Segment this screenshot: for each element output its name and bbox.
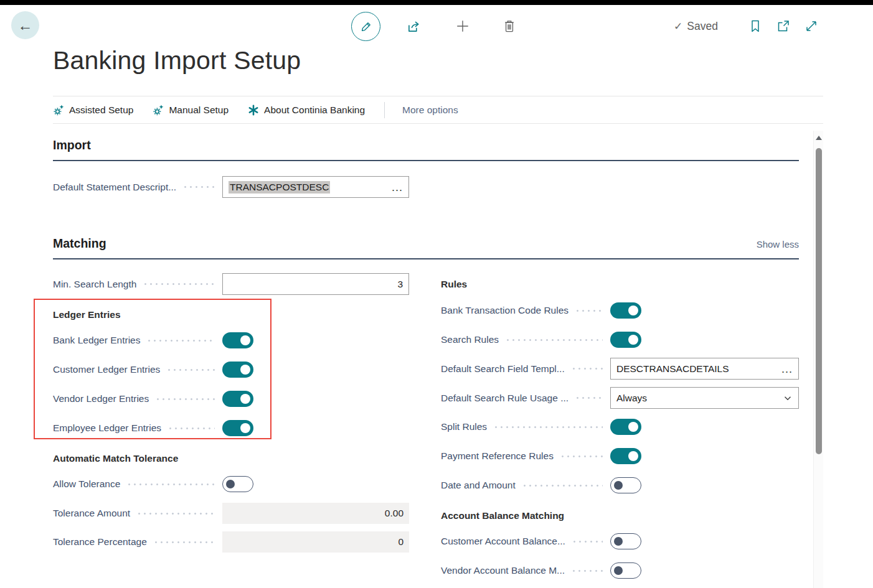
field-row-tolerance-amount: Tolerance Amount 0.00	[53, 503, 409, 524]
toggle-knob	[614, 481, 623, 490]
payment-reference-rules-toggle[interactable]	[610, 448, 641, 464]
field-value: 3	[397, 279, 403, 290]
allow-tolerance-toggle[interactable]	[222, 476, 253, 492]
open-in-new-window-button[interactable]	[775, 17, 792, 35]
field-row-date-and-amount: Date and Amount	[441, 477, 799, 493]
field-row-vendor-account-balance: Vendor Account Balance M...	[441, 562, 799, 579]
date-and-amount-toggle[interactable]	[610, 477, 641, 493]
dotted-leader	[571, 570, 603, 572]
min-search-length-input[interactable]: 3	[222, 273, 409, 295]
saved-label: Saved	[687, 20, 718, 33]
field-row-default-search-rule-usage: Default Search Rule Usage ... Always	[441, 387, 799, 409]
vendor-account-balance-toggle[interactable]	[610, 562, 641, 579]
bank-transaction-code-rules-toggle[interactable]	[610, 302, 641, 319]
new-button[interactable]	[454, 17, 471, 35]
field-label: Min. Search Length	[53, 279, 136, 290]
tolerance-amount-input: 0.00	[222, 503, 409, 524]
bank-ledger-entries-toggle[interactable]	[222, 332, 253, 348]
group-row: Account Balance Matching	[441, 509, 799, 522]
toggle-knob	[240, 335, 250, 345]
gear-sparkle-icon	[53, 105, 64, 116]
asterisk-icon	[248, 105, 259, 116]
menu-item-manual-setup[interactable]: Manual Setup	[153, 105, 229, 116]
field-row-vendor-ledger-entries: Vendor Ledger Entries	[53, 391, 409, 407]
field-row-allow-tolerance: Allow Tolerance	[53, 476, 409, 492]
menu-item-label: About Continia Banking	[264, 105, 365, 116]
show-less-link[interactable]: Show less	[757, 239, 799, 258]
gear-sparkle-icon	[153, 105, 164, 116]
split-rules-toggle[interactable]	[610, 419, 641, 435]
dotted-leader	[136, 513, 215, 515]
field-label: Vendor Ledger Entries	[53, 393, 149, 404]
search-rules-toggle[interactable]	[610, 332, 641, 348]
field-label: Bank Transaction Code Rules	[441, 305, 569, 316]
toggle-knob	[628, 422, 638, 432]
back-button[interactable]: ←	[11, 11, 39, 39]
field-row-bank-transaction-code-rules: Bank Transaction Code Rules	[441, 302, 799, 319]
pencil-icon	[359, 20, 373, 34]
employee-ledger-entries-toggle[interactable]	[222, 420, 253, 436]
customer-ledger-entries-toggle[interactable]	[222, 362, 253, 378]
open-in-new-window-icon	[776, 19, 791, 34]
share-button[interactable]	[405, 17, 423, 35]
field-label: Customer Ledger Entries	[53, 364, 160, 375]
bookmark-button[interactable]	[747, 17, 764, 35]
field-row-payment-reference-rules: Payment Reference Rules	[441, 448, 799, 464]
field-row-employee-ledger-entries: Employee Ledger Entries	[53, 420, 409, 436]
menu-item-about-continia-banking[interactable]: About Continia Banking	[248, 105, 365, 116]
field-label: Vendor Account Balance M...	[441, 565, 565, 576]
field-label: Split Rules	[441, 421, 487, 432]
toggle-knob	[614, 537, 623, 546]
field-value: 0.00	[385, 508, 403, 519]
default-statement-description-input[interactable]: TRANSACPOSTDESC …	[222, 176, 409, 198]
chevron-down-icon[interactable]	[783, 393, 793, 403]
toggle-knob	[226, 480, 235, 488]
default-search-field-template-input[interactable]: DESCTRANSACDETAILS …	[610, 358, 799, 380]
dotted-leader	[572, 541, 603, 543]
assist-edit-button[interactable]: …	[386, 184, 403, 190]
field-row-default-search-field-template: Default Search Field Templ... DESCTRANSA…	[441, 358, 799, 380]
menu-item-assisted-setup[interactable]: Assisted Setup	[53, 105, 133, 116]
toggle-knob	[240, 394, 250, 404]
field-label: Payment Reference Rules	[441, 450, 554, 462]
field-label: Customer Account Balance...	[441, 536, 565, 547]
default-search-rule-usage-select[interactable]: Always	[610, 387, 799, 409]
field-label: Default Statement Descript...	[53, 182, 176, 193]
section-title-import: Import	[53, 138, 91, 160]
delete-button[interactable]	[501, 17, 518, 35]
matching-section-header: Matching Show less	[53, 236, 799, 259]
action-menu: Assisted Setup Manual Setup Abo	[53, 96, 823, 124]
customer-account-balance-toggle[interactable]	[610, 533, 641, 549]
vertical-scrollbar[interactable]	[813, 131, 823, 588]
assist-edit-button[interactable]: …	[776, 366, 793, 372]
scrollbar-up-button[interactable]	[816, 136, 822, 140]
menu-divider	[384, 102, 385, 118]
check-icon: ✓	[674, 20, 682, 33]
tolerance-percentage-input: 0	[222, 531, 409, 553]
field-label: Date and Amount	[441, 480, 516, 491]
group-label-rules: Rules	[441, 279, 467, 290]
group-label-ledger-entries: Ledger Entries	[53, 309, 121, 320]
field-value: Always	[616, 393, 647, 404]
vendor-ledger-entries-toggle[interactable]	[222, 391, 253, 407]
toggle-knob	[628, 335, 638, 345]
field-row-min-search-length: Min. Search Length 3	[53, 273, 409, 295]
field-row-customer-account-balance: Customer Account Balance...	[441, 533, 799, 549]
field-row-customer-ledger-entries: Customer Ledger Entries	[53, 362, 409, 378]
expand-icon	[804, 19, 819, 34]
field-label: Bank Ledger Entries	[53, 335, 140, 346]
dotted-leader	[575, 397, 603, 399]
field-row-split-rules: Split Rules	[441, 419, 799, 435]
matching-left-column: Min. Search Length 3 Ledger Entries Bank…	[53, 273, 409, 553]
expand-button[interactable]	[803, 17, 820, 35]
scrollbar-thumb[interactable]	[816, 148, 822, 454]
group-label-account-balance-matching: Account Balance Matching	[441, 510, 564, 521]
field-label: Tolerance Amount	[53, 508, 130, 519]
more-options-button[interactable]: More options	[402, 105, 458, 116]
field-row-tolerance-percentage: Tolerance Percentage 0	[53, 531, 409, 553]
back-arrow-icon: ←	[18, 17, 33, 34]
dotted-leader	[505, 339, 603, 341]
edit-button[interactable]	[351, 12, 380, 41]
bookmark-icon	[748, 19, 763, 34]
top-bar	[0, 0, 873, 5]
